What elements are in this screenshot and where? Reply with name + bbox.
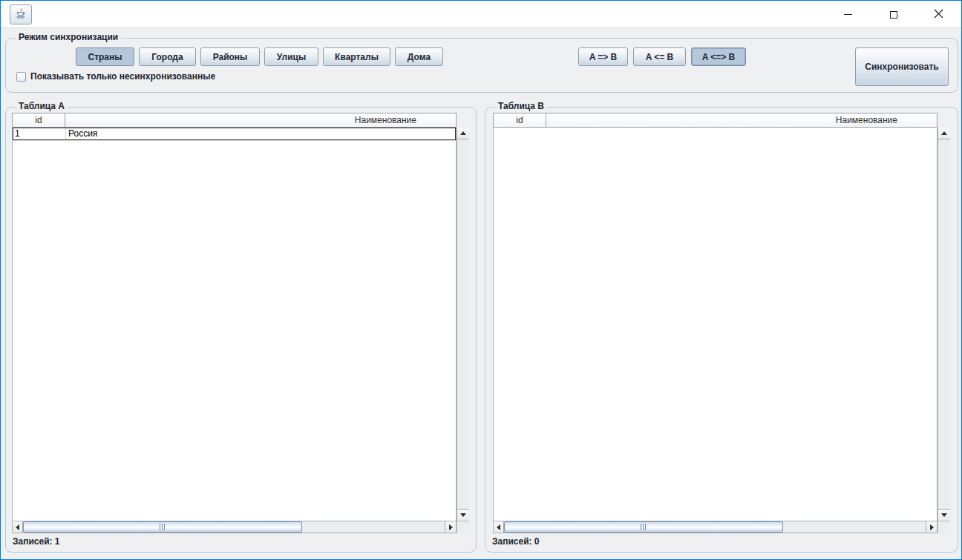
mode-button-districts[interactable]: Районы — [200, 47, 260, 66]
mode-button-streets[interactable]: Улицы — [264, 47, 318, 66]
cell-id[interactable]: 1 — [13, 128, 66, 139]
table-b-title: Таблица B — [495, 101, 547, 112]
table-b-header: id Наименование — [493, 113, 938, 128]
close-icon — [934, 8, 943, 22]
table-b-vertical-scrollbar[interactable] — [938, 128, 950, 521]
scroll-up-button[interactable] — [938, 128, 950, 139]
mode-button-blocks[interactable]: Кварталы — [323, 47, 390, 66]
arrow-up-icon — [460, 131, 466, 135]
arrow-down-icon — [460, 513, 466, 517]
mode-button-cities[interactable]: Города — [139, 47, 196, 66]
column-header-name[interactable]: Наименование — [546, 113, 938, 128]
arrow-right-icon — [449, 524, 453, 530]
table-a-header: id Наименование — [12, 113, 457, 128]
scrollbar-corner — [457, 521, 469, 533]
minimize-button[interactable] — [825, 1, 871, 28]
scroll-down-button[interactable] — [457, 509, 469, 521]
scroll-right-button[interactable] — [926, 521, 937, 533]
column-header-id[interactable]: id — [12, 113, 65, 128]
scroll-up-button[interactable] — [457, 128, 469, 139]
cell-name[interactable]: Россия — [66, 128, 455, 139]
maximize-icon — [890, 11, 897, 19]
table-a-vertical-scrollbar[interactable] — [457, 128, 469, 521]
scroll-right-button[interactable] — [445, 521, 456, 533]
horizontal-scrollbar-thumb[interactable] — [23, 521, 302, 533]
column-header-id[interactable]: id — [493, 113, 546, 128]
scrollbar-corner — [938, 521, 950, 533]
scroll-left-button[interactable] — [494, 521, 504, 533]
table-b-record-count: Записей: 0 — [492, 536, 540, 547]
arrow-down-icon — [941, 513, 947, 517]
dir-button-bidirectional[interactable]: A <=> B — [691, 47, 746, 66]
sync-mode-panel: Режим синхронизации Страны Города Районы… — [5, 38, 958, 93]
synchronize-button[interactable]: Синхронизовать — [855, 47, 949, 86]
table-b-panel: Таблица B id Наименование — [485, 107, 958, 553]
scrollbar-grip-icon — [160, 524, 166, 530]
app-menu-button[interactable] — [10, 4, 32, 24]
dir-button-b-to-a[interactable]: A <= B — [633, 47, 686, 66]
table-a-viewport[interactable]: 1 Россия — [12, 128, 457, 521]
scroll-down-button[interactable] — [938, 509, 950, 521]
horizontal-scrollbar-thumb[interactable] — [504, 521, 783, 533]
scrollbar-grip-icon — [641, 524, 647, 530]
arrow-right-icon — [930, 524, 934, 530]
window-controls — [825, 1, 961, 28]
sync-mode-panel-title: Режим синхронизации — [16, 32, 121, 43]
titlebar[interactable] — [1, 1, 961, 28]
table-b: id Наименование — [493, 113, 950, 533]
table-a-record-count: Записей: 1 — [13, 536, 60, 547]
scroll-left-button[interactable] — [13, 521, 23, 533]
table-b-horizontal-scrollbar[interactable] — [493, 521, 938, 533]
java-coffee-cup-icon — [15, 7, 27, 22]
table-a: id Наименование 1 Россия — [12, 113, 469, 533]
maximize-button[interactable] — [871, 1, 916, 28]
mode-button-houses[interactable]: Дома — [395, 47, 443, 66]
app-window: Режим синхронизации Страны Города Районы… — [0, 0, 962, 560]
table-row[interactable]: 1 Россия — [13, 128, 456, 140]
table-a-horizontal-scrollbar[interactable] — [12, 521, 457, 533]
dir-button-a-to-b[interactable]: A => B — [578, 47, 628, 66]
table-a-title: Таблица A — [16, 101, 68, 112]
column-header-name[interactable]: Наименование — [65, 113, 457, 128]
minimize-icon — [844, 14, 852, 15]
close-button[interactable] — [916, 1, 961, 28]
table-b-viewport[interactable] — [493, 128, 938, 521]
table-a-panel: Таблица A id Наименование 1 Россия — [5, 107, 477, 553]
mode-button-countries[interactable]: Страны — [76, 47, 134, 66]
checkbox-unchecked-icon[interactable] — [16, 72, 26, 82]
entity-mode-buttons: Страны Города Районы Улицы Кварталы Дома — [76, 47, 443, 66]
arrow-left-icon — [16, 524, 19, 530]
direction-buttons: A => B A <= B A <=> B — [578, 47, 746, 66]
arrow-left-icon — [497, 524, 500, 530]
unsynced-only-checkbox-row[interactable]: Показывать только несинхронизованные — [16, 71, 215, 82]
arrow-up-icon — [941, 131, 947, 135]
unsynced-only-checkbox-label: Показывать только несинхронизованные — [30, 71, 215, 82]
